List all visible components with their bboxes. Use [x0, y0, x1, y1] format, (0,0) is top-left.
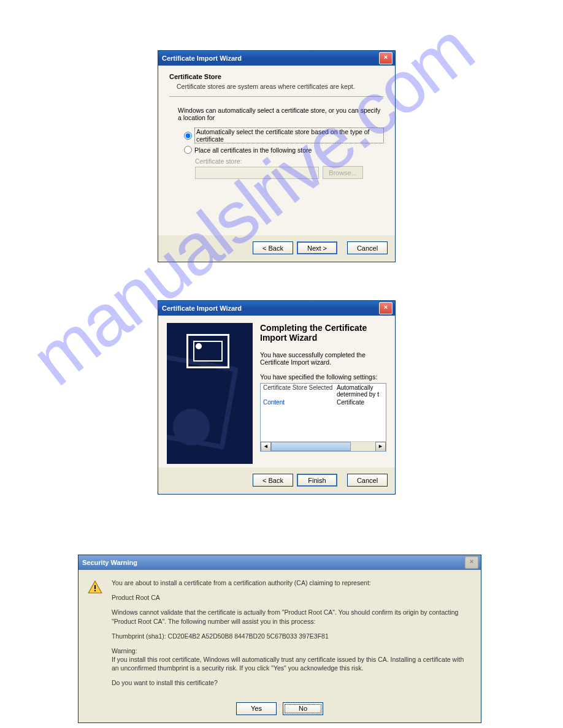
back-button[interactable]: < Back	[253, 474, 293, 487]
svg-rect-1	[94, 590, 96, 591]
divider	[169, 96, 384, 97]
yes-button[interactable]: Yes	[236, 702, 277, 715]
cell: Content	[263, 399, 337, 406]
radio-place-all[interactable]: Place all certificates in the following …	[184, 146, 384, 154]
finish-button[interactable]: Finish	[297, 474, 337, 487]
button-row: < Back Next > Cancel	[158, 235, 395, 262]
completion-heading: Completing the Certificate Import Wizard	[260, 323, 386, 343]
button-row: < Back Finish Cancel	[158, 468, 395, 494]
button-row: Yes No	[79, 700, 481, 722]
completion-text-1: You have successfully completed the Cert…	[260, 351, 386, 366]
warning-icon	[87, 580, 103, 596]
instruction-text: Windows can automatically select a certi…	[178, 107, 381, 121]
security-warning-dialog: Security Warning × You are about to inst…	[78, 555, 481, 723]
store-input-row: Browse...	[195, 166, 384, 179]
titlebar[interactable]: Certificate Import Wizard ×	[158, 301, 395, 316]
radio-input-auto[interactable]	[184, 132, 192, 140]
close-icon[interactable]: ×	[465, 556, 478, 569]
settings-listbox[interactable]: Certificate Store Selected Automatically…	[260, 383, 386, 452]
cert-import-wizard-store: Certificate Import Wizard × Certificate …	[158, 50, 396, 262]
wizard-content: Completing the Certificate Import Wizard…	[260, 323, 386, 464]
warning-detail: If you install this root certificate, Wi…	[112, 656, 464, 672]
next-button[interactable]: Next >	[297, 241, 337, 254]
svg-rect-0	[94, 585, 96, 590]
completion-text-2: You have specified the following setting…	[260, 373, 386, 381]
close-icon[interactable]: ×	[379, 302, 393, 314]
scroll-left-icon[interactable]: ◄	[261, 442, 271, 452]
store-label: Certificate store:	[195, 157, 384, 165]
titlebar[interactable]: Certificate Import Wizard ×	[158, 51, 395, 66]
cell: Automatically determined by t	[337, 384, 383, 398]
list-row: Certificate Store Selected Automatically…	[261, 384, 386, 398]
warning-block: Warning: If you install this root certif…	[112, 646, 471, 673]
radio-label-auto: Automatically select the certificate sto…	[194, 127, 384, 143]
no-button[interactable]: No	[283, 702, 323, 715]
close-icon[interactable]: ×	[379, 52, 393, 64]
titlebar[interactable]: Security Warning ×	[79, 555, 481, 570]
window-title: Certificate Import Wizard	[162, 55, 242, 62]
cancel-button[interactable]: Cancel	[347, 474, 388, 487]
dialog-body: Completing the Certificate Import Wizard…	[158, 316, 395, 468]
browse-button: Browse...	[323, 166, 363, 179]
warning-line: Windows cannot validate that the certifi…	[112, 608, 471, 625]
confirm-question: Do you want to install this certificate?	[112, 678, 471, 687]
section-desc: Certificate stores are system areas wher…	[177, 83, 384, 90]
window-title: Security Warning	[82, 559, 137, 566]
ca-name: Product Root CA	[112, 593, 471, 602]
radio-auto-select[interactable]: Automatically select the certificate sto…	[184, 127, 384, 143]
section-heading: Certificate Store	[169, 73, 384, 80]
horizontal-scrollbar[interactable]: ◄ ►	[261, 441, 386, 451]
back-button[interactable]: < Back	[253, 241, 293, 254]
document-page: manualslrive.com Certificate Import Wiza…	[0, 0, 563, 728]
list-row: Content Certificate	[261, 398, 386, 406]
warning-label: Warning:	[112, 647, 137, 654]
dialog-body: You are about to install a certificate f…	[79, 570, 481, 700]
cell: Certificate	[337, 399, 383, 406]
wizard-side-graphic	[167, 323, 253, 464]
cancel-button[interactable]: Cancel	[347, 241, 388, 254]
warning-line: You are about to install a certificate f…	[112, 578, 471, 587]
scroll-right-icon[interactable]: ►	[375, 442, 386, 452]
cell: Certificate Store Selected	[263, 384, 337, 398]
window-title: Certificate Import Wizard	[162, 305, 242, 312]
radio-input-place[interactable]	[184, 146, 192, 154]
certificate-icon	[186, 334, 229, 368]
thumbprint: Thumbprint (sha1): CD20E4B2 A52D50B8 844…	[112, 632, 471, 640]
dialog-body: Certificate Store Certificate stores are…	[158, 66, 395, 235]
store-input	[195, 167, 319, 179]
radio-label-place: Place all certificates in the following …	[194, 146, 312, 154]
warning-text: You are about to install a certificate f…	[112, 578, 471, 694]
scroll-thumb[interactable]	[271, 442, 351, 451]
cert-import-wizard-complete: Certificate Import Wizard × Completing t…	[158, 300, 396, 495]
